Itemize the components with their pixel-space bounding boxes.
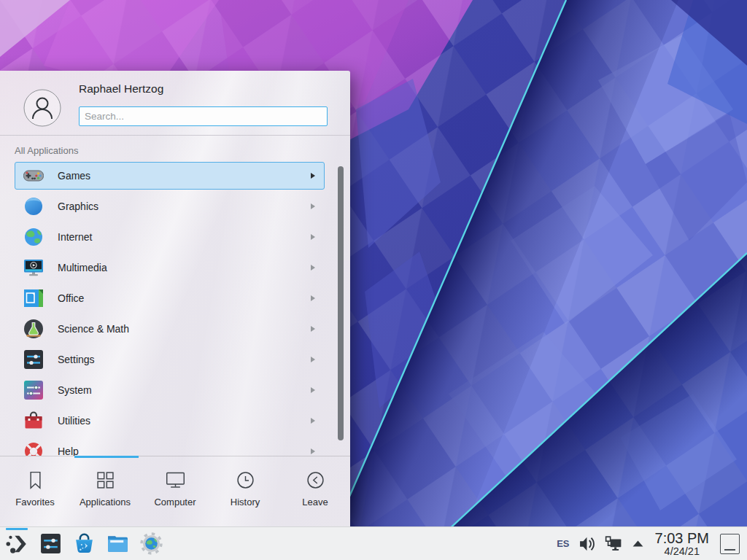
tab-label: Leave	[302, 497, 328, 508]
system-icon	[23, 379, 44, 401]
show-desktop-button[interactable]	[720, 534, 740, 554]
menu-item-science-math[interactable]: Science & Math	[15, 315, 325, 343]
computer-icon	[165, 470, 186, 491]
user-name: Raphael Hertzog	[79, 82, 163, 96]
active-task-indicator	[6, 528, 28, 530]
user-icon	[23, 89, 61, 127]
menu-item-graphics[interactable]: Graphics	[15, 192, 325, 220]
submenu-arrow-icon	[311, 326, 315, 332]
tab-favorites[interactable]: Favorites	[0, 459, 70, 526]
menu-item-label: Multimedia	[58, 262, 107, 273]
menu-item-label: System	[58, 384, 92, 396]
menu-item-multimedia[interactable]: Multimedia	[15, 254, 325, 281]
volume-icon[interactable]	[579, 536, 595, 552]
system-settings-icon	[39, 532, 62, 555]
application-category-list: Games Graphics Internet	[15, 162, 325, 456]
launcher-tab-bar: Favorites Applications Computer	[0, 459, 350, 526]
submenu-arrow-icon	[311, 448, 315, 454]
file-manager-button[interactable]	[101, 527, 134, 560]
clock-time: 7:03 PM	[655, 531, 709, 545]
clock-date: 4/24/21	[655, 545, 709, 557]
tab-applications[interactable]: Applications	[70, 459, 140, 526]
keyboard-layout-indicator[interactable]: ES	[557, 538, 569, 549]
tab-label: Computer	[154, 497, 196, 508]
tabbar-divider	[0, 456, 350, 456]
utilities-icon	[23, 410, 44, 432]
system-tray: ES	[557, 531, 740, 557]
graphics-icon	[23, 195, 44, 217]
web-browser-button[interactable]	[134, 527, 168, 560]
kde-launcher-icon	[5, 532, 28, 556]
search-input[interactable]	[79, 106, 328, 126]
tab-leave[interactable]: Leave	[280, 459, 350, 526]
submenu-arrow-icon	[311, 295, 315, 301]
menu-item-label: Games	[58, 170, 90, 182]
menu-item-label: Help	[58, 446, 79, 456]
help-icon	[23, 440, 44, 456]
digital-clock[interactable]: 7:03 PM 4/24/21	[655, 531, 709, 557]
menu-item-label: Utilities	[58, 415, 90, 427]
submenu-arrow-icon	[311, 203, 315, 209]
tab-label: Favorites	[15, 497, 54, 508]
desktop[interactable]: Raphael Hertzog All Applications Games	[0, 0, 747, 560]
submenu-arrow-icon	[311, 265, 315, 271]
settings-icon	[23, 349, 44, 370]
internet-icon	[23, 226, 44, 248]
menu-scrollbar[interactable]	[338, 166, 344, 440]
multimedia-icon	[23, 257, 44, 279]
applications-icon	[95, 470, 116, 491]
tab-label: Applications	[80, 497, 131, 508]
favorites-icon	[25, 470, 46, 491]
submenu-arrow-icon	[311, 173, 315, 179]
menu-item-help[interactable]: Help	[15, 438, 325, 456]
taskbar: ES	[0, 526, 747, 560]
tab-computer[interactable]: Computer	[140, 459, 210, 526]
history-icon	[235, 470, 256, 491]
app-launcher-button[interactable]	[0, 527, 34, 560]
menu-item-settings[interactable]: Settings	[15, 346, 325, 373]
tab-label: History	[231, 497, 260, 508]
menu-item-games[interactable]: Games	[15, 162, 325, 190]
submenu-arrow-icon	[311, 234, 315, 240]
menu-item-label: Graphics	[58, 201, 98, 212]
network-icon[interactable]	[605, 535, 622, 553]
leave-icon	[305, 470, 326, 491]
menu-item-internet[interactable]: Internet	[15, 223, 325, 251]
submenu-arrow-icon	[311, 387, 315, 393]
menu-item-label: Office	[58, 292, 84, 304]
application-launcher-menu: Raphael Hertzog All Applications Games	[0, 71, 350, 526]
menu-item-system[interactable]: System	[15, 376, 325, 404]
tray-expander-icon[interactable]	[632, 539, 644, 548]
menu-item-office[interactable]: Office	[15, 284, 325, 312]
folder-icon	[107, 532, 129, 555]
games-icon	[23, 165, 44, 187]
menu-item-utilities[interactable]: Utilities	[15, 407, 325, 435]
section-label: All Applications	[15, 145, 78, 156]
submenu-arrow-icon	[311, 418, 315, 424]
user-avatar[interactable]	[23, 89, 61, 127]
menu-item-label: Internet	[58, 231, 92, 243]
office-icon	[23, 287, 44, 309]
globe-gear-icon	[140, 532, 163, 555]
discover-button[interactable]	[67, 527, 101, 560]
submenu-arrow-icon	[311, 357, 315, 362]
launcher-header: Raphael Hertzog	[0, 71, 350, 136]
menu-item-label: Science & Math	[58, 323, 129, 335]
tab-history[interactable]: History	[210, 459, 280, 526]
menu-item-label: Settings	[58, 354, 95, 365]
science-icon	[23, 318, 44, 340]
active-tab-indicator	[74, 456, 139, 458]
system-settings-button[interactable]	[34, 527, 67, 560]
discover-bag-icon	[73, 532, 96, 555]
